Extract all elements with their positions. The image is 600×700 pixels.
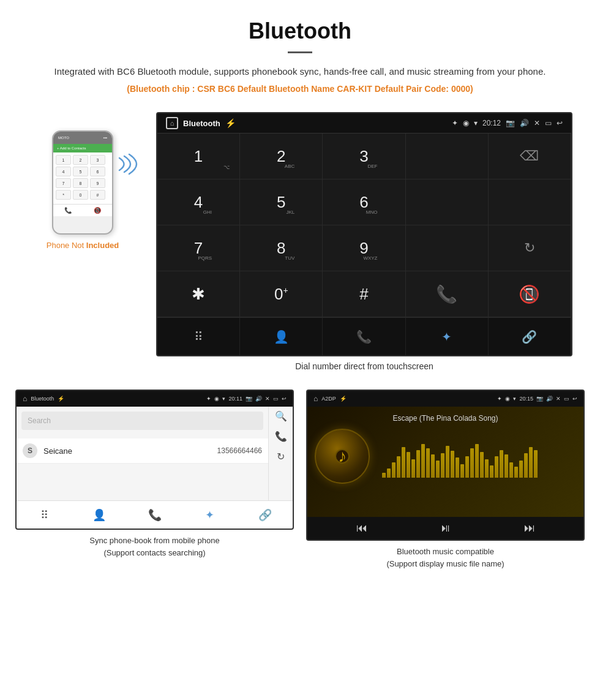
music-content: Escape (The Pina Colada Song) ♪: [307, 407, 583, 517]
pb-cam-icon: 📷: [246, 396, 252, 402]
dial-key-star[interactable]: ✱: [157, 271, 240, 317]
toolbar-contacts-btn[interactable]: 👤: [240, 318, 323, 355]
pb-search-placeholder: Search: [28, 416, 51, 425]
status-left: Bluetooth ⚡: [166, 117, 236, 129]
vis-bar: [500, 450, 503, 478]
music-caption-line2: (Support display music file name): [386, 559, 504, 568]
dial-call-button[interactable]: 📞: [406, 271, 489, 317]
camera-icon: 📷: [506, 119, 515, 127]
vis-bar: [504, 454, 508, 478]
dial-display-empty-4: [406, 225, 489, 271]
phone-key-7: 7: [56, 178, 71, 188]
dial-key-8[interactable]: 8 TUV: [240, 225, 323, 271]
pb-tool-bluetooth[interactable]: ✦: [182, 501, 238, 529]
music-back-icon[interactable]: ↩: [572, 396, 577, 402]
vis-bar: [382, 473, 386, 478]
music-vol-icon: 🔊: [546, 396, 553, 402]
home-icon[interactable]: [166, 117, 178, 129]
vis-bar: [470, 448, 474, 478]
toolbar-phone-btn[interactable]: 📞: [323, 318, 405, 355]
dial-key-0[interactable]: 0+: [240, 271, 323, 317]
dial-key-3[interactable]: 3 DEF: [323, 134, 405, 179]
pb-tool-phone[interactable]: 📞: [127, 501, 182, 529]
music-play-pause-btn[interactable]: ⏯: [440, 522, 451, 535]
music-status-left: ⌂ A2DP ⚡: [313, 394, 347, 403]
phonebook-block: ⌂ Bluetooth ⚡ ✦ ◉ ▾ 20:11 📷 🔊 ✕ ▭ ↩: [15, 390, 294, 570]
phone-not-included-label: Phone Not Included: [47, 241, 119, 250]
vis-bar: [524, 453, 528, 478]
pb-wifi-icon: ▾: [222, 396, 225, 402]
pb-back-icon[interactable]: ↩: [282, 396, 287, 402]
dial-key-hash[interactable]: #: [323, 271, 405, 317]
music-block: ⌂ A2DP ⚡ ✦ ◉ ▾ 20:15 📷 🔊 ✕ ▭ ↩ Escape (: [306, 390, 585, 570]
dial-key-1[interactable]: 1 ⌥: [157, 134, 240, 179]
back-icon[interactable]: ↩: [557, 119, 563, 127]
vis-bar: [475, 444, 479, 478]
pb-tool-contacts[interactable]: 👤: [72, 501, 127, 529]
phone-container: MOTO ▪▪▪ + Add to Contacts 1 2 3 4 5 6: [18, 112, 147, 250]
pb-win-icon: ▭: [273, 396, 279, 402]
vis-bar: [411, 459, 415, 478]
screen-status-bar: Bluetooth ⚡ ✦ ◉ ▾ 20:12 📷 🔊 ✕ ▭ ↩: [157, 113, 571, 133]
music-next-btn[interactable]: ⏭: [524, 522, 535, 535]
dial-refresh[interactable]: ↻: [489, 225, 571, 271]
pb-side-phone-icon[interactable]: 📞: [275, 431, 287, 442]
pb-caption-line2: (Support contacts searching): [103, 548, 205, 557]
bluetooth-status-icon: ✦: [452, 119, 458, 127]
vis-bar: [441, 453, 444, 478]
dial-backspace[interactable]: ⌫: [489, 134, 571, 179]
dial-key-6[interactable]: 6 MNO: [323, 179, 405, 225]
pb-side-search-icon[interactable]: 🔍: [275, 410, 287, 422]
bt-screen-container: Bluetooth ⚡ ✦ ◉ ▾ 20:12 📷 🔊 ✕ ▭ ↩: [147, 112, 582, 371]
pb-list-area: Search S Seicane 13566664466: [17, 407, 268, 500]
vis-bar: [431, 454, 435, 478]
pb-search-bar[interactable]: Search: [21, 412, 263, 430]
music-close-icon[interactable]: ✕: [556, 396, 561, 402]
pb-side-refresh-icon[interactable]: ↻: [277, 451, 285, 462]
toolbar-link-btn[interactable]: 🔗: [489, 318, 571, 355]
phone-signal: ▪▪▪: [103, 136, 107, 140]
toolbar-dialpad-btn[interactable]: ⠿: [157, 318, 240, 355]
dial-key-7[interactable]: 7 PQRS: [157, 225, 240, 271]
bluetooth-signal-waves: [113, 149, 144, 182]
phone-keypad-row-3: 7 8 9: [56, 178, 110, 188]
description-text: Integrated with BC6 Bluetooth module, su…: [37, 64, 563, 79]
phone-carrier: MOTO: [58, 136, 69, 140]
pb-contact-letter: S: [23, 443, 37, 458]
phone-keypad-row-2: 4 5 6: [56, 167, 110, 176]
phone-mockup: MOTO ▪▪▪ + Add to Contacts 1 2 3 4 5 6: [52, 130, 113, 235]
pb-tool-link[interactable]: 🔗: [238, 501, 293, 529]
pb-contact-phone: 13566664466: [217, 446, 262, 455]
pb-contact-row[interactable]: S Seicane 13566664466: [17, 438, 268, 464]
phonebook-screen: ⌂ Bluetooth ⚡ ✦ ◉ ▾ 20:11 📷 🔊 ✕ ▭ ↩: [15, 390, 294, 530]
dial-key-5[interactable]: 5 JKL: [240, 179, 323, 225]
pb-tool-dialpad[interactable]: ⠿: [17, 501, 72, 529]
dial-key-9[interactable]: 9 WXYZ: [323, 225, 405, 271]
dial-key-2[interactable]: 2 ABC: [240, 134, 323, 179]
vis-bar: [421, 444, 425, 478]
dial-key-4[interactable]: 4 GHI: [157, 179, 240, 225]
dial-display-empty-2: [406, 179, 489, 225]
music-bt-icon: ✦: [497, 396, 502, 402]
pb-home-icon: ⌂: [23, 394, 27, 403]
pb-status-left: ⌂ Bluetooth ⚡: [23, 394, 64, 403]
pb-contact-name: Seicane: [43, 446, 217, 456]
dial-end-button[interactable]: 📵: [489, 271, 571, 317]
music-prev-btn[interactable]: ⏮: [356, 522, 367, 535]
phone-key-1: 1: [56, 155, 71, 165]
close-icon[interactable]: ✕: [534, 119, 540, 127]
phone-keypad-row-1: 1 2 3: [56, 155, 110, 165]
toolbar-bluetooth-btn[interactable]: ✦: [406, 318, 489, 355]
pb-close-icon[interactable]: ✕: [265, 396, 270, 402]
music-status-right: ✦ ◉ ▾ 20:15 📷 🔊 ✕ ▭ ↩: [497, 396, 577, 402]
pb-caption-line1: Sync phone-book from mobile phone: [89, 536, 219, 545]
phone-key-5: 5: [73, 167, 88, 176]
vis-bar: [436, 461, 440, 478]
phone-add-contacts: + Add to Contacts: [53, 144, 112, 152]
vis-bar: [495, 456, 498, 478]
phone-key-star: *: [56, 190, 71, 200]
music-caption: Bluetooth music compatible (Support disp…: [386, 546, 504, 570]
music-home-icon: ⌂: [313, 394, 318, 403]
window-icon: ▭: [545, 119, 552, 127]
dial-caption: Dial number direct from touchscreen: [295, 361, 433, 371]
